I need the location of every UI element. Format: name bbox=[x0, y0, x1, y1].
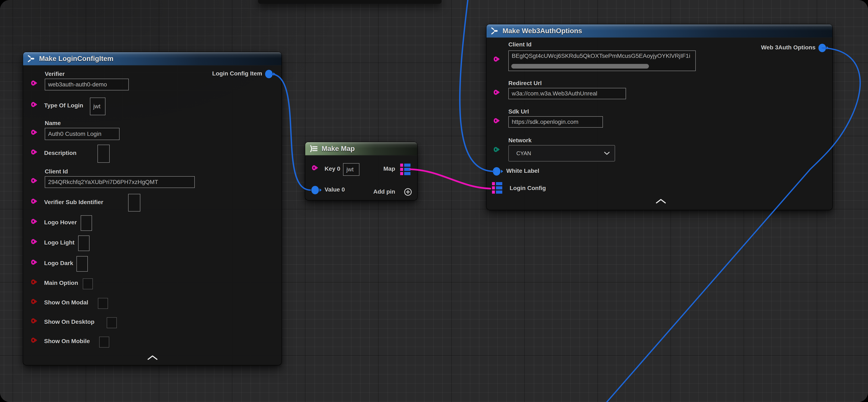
blueprint-graph-frame: Make LoginConfigItem Login Config Item V… bbox=[0, 0, 868, 402]
logo-dark-label: Logo Dark bbox=[44, 260, 73, 267]
show-on-desktop-label: Show On Desktop bbox=[44, 318, 95, 325]
logo-hover-label: Logo Hover bbox=[44, 219, 77, 226]
type-of-login-pin[interactable] bbox=[31, 102, 35, 107]
white-label-label: White Label bbox=[506, 168, 539, 174]
output-label-web3auth-options: Web 3Auth Options bbox=[761, 44, 815, 51]
client-id-label: Client Id bbox=[45, 168, 68, 175]
client-id-label: Client Id bbox=[508, 41, 531, 48]
logo-dark-pin[interactable] bbox=[31, 260, 35, 265]
redirect-url-label: Redirect Url bbox=[508, 80, 542, 87]
network-label: Network bbox=[508, 137, 531, 144]
make-struct-icon bbox=[491, 27, 499, 34]
output-pin-web3auth-options[interactable] bbox=[818, 44, 826, 52]
show-on-desktop-pin[interactable] bbox=[31, 318, 35, 323]
collapse-chevron-icon[interactable] bbox=[656, 199, 666, 203]
logo-light-field[interactable] bbox=[78, 235, 90, 251]
node-make-loginconfigitem[interactable]: Make LoginConfigItem Login Config Item V… bbox=[23, 52, 281, 365]
logo-dark-field[interactable] bbox=[76, 256, 88, 271]
verifier-sub-identifier-pin[interactable] bbox=[31, 199, 35, 204]
sdk-url-field[interactable]: https://sdk.openlogin.com bbox=[508, 116, 603, 127]
show-on-mobile-pin[interactable] bbox=[31, 338, 35, 343]
output-label-login-config-item: Login Config Item bbox=[212, 70, 262, 77]
value0-pin[interactable] bbox=[311, 186, 319, 194]
map-output-label: Map bbox=[383, 166, 395, 172]
sdk-url-label: Sdk Url bbox=[508, 108, 529, 115]
map-output-pin[interactable] bbox=[400, 164, 410, 175]
logo-light-label: Logo Light bbox=[44, 239, 74, 246]
description-label: Description bbox=[44, 150, 76, 156]
type-of-login-label: Type Of Login bbox=[44, 102, 83, 109]
logo-hover-field[interactable] bbox=[81, 215, 92, 231]
description-field[interactable] bbox=[97, 145, 110, 163]
verifier-field[interactable]: web3auth-auth0-demo bbox=[45, 79, 129, 90]
show-on-modal-pin[interactable] bbox=[31, 299, 35, 304]
make-struct-icon bbox=[27, 55, 35, 62]
verifier-sub-identifier-field[interactable] bbox=[128, 194, 140, 211]
key0-pin[interactable] bbox=[312, 165, 316, 170]
verifier-pin[interactable] bbox=[31, 81, 35, 86]
show-on-modal-label: Show On Modal bbox=[44, 299, 88, 306]
offscreen-node-fragment[interactable] bbox=[258, 0, 441, 4]
key0-label: Key 0 bbox=[324, 166, 340, 172]
key0-field[interactable]: jwt bbox=[343, 163, 360, 176]
node-title: Make Web3AuthOptions bbox=[502, 27, 582, 35]
verifier-label: Verifier bbox=[45, 70, 65, 77]
client-id-pin[interactable] bbox=[31, 178, 35, 183]
login-config-label: Login Config bbox=[509, 185, 546, 192]
name-label: Name bbox=[45, 120, 61, 126]
client-id-pin[interactable] bbox=[494, 57, 498, 62]
chevron-down-icon bbox=[604, 151, 610, 155]
client-id-field[interactable]: 294QRkchfq2YaXUbPri7D6PH7xzHgQMT bbox=[45, 176, 195, 188]
node-title: Make Map bbox=[321, 145, 355, 153]
show-on-mobile-label: Show On Mobile bbox=[44, 338, 90, 345]
description-pin[interactable] bbox=[31, 149, 35, 154]
main-option-label: Main Option bbox=[44, 280, 78, 286]
output-pin-login-config-item[interactable] bbox=[265, 70, 273, 78]
collapse-chevron-icon[interactable] bbox=[148, 355, 158, 360]
verifier-sub-identifier-label: Verifier Sub Identifier bbox=[44, 199, 103, 206]
logo-light-pin[interactable] bbox=[31, 239, 35, 244]
node-make-web3authoptions[interactable]: Make Web3AuthOptions Web 3Auth Options C… bbox=[487, 24, 832, 210]
name-field[interactable]: Auth0 Custom Login bbox=[45, 128, 120, 140]
login-config-pin[interactable] bbox=[492, 182, 502, 194]
network-selected-value: CYAN bbox=[516, 150, 531, 156]
white-label-pin[interactable] bbox=[493, 167, 500, 176]
add-pin-icon[interactable] bbox=[404, 188, 412, 196]
redirect-url-field[interactable]: w3a://com.w3a.Web3AuthUnreal bbox=[508, 88, 626, 99]
node-title: Make LoginConfigItem bbox=[39, 55, 114, 63]
show-on-modal-checkbox[interactable] bbox=[98, 298, 108, 309]
node-make-map[interactable]: Make Map Key 0 jwt Map Value 0 Add pin bbox=[305, 142, 417, 200]
sdk-url-pin[interactable] bbox=[494, 118, 498, 123]
show-on-desktop-checkbox[interactable] bbox=[107, 317, 117, 328]
redirect-url-pin[interactable] bbox=[494, 90, 498, 95]
value0-label: Value 0 bbox=[324, 186, 345, 193]
main-option-pin[interactable] bbox=[31, 280, 35, 285]
node-header-make-web3authoptions[interactable]: Make Web3AuthOptions bbox=[487, 24, 832, 38]
show-on-mobile-checkbox[interactable] bbox=[99, 337, 109, 348]
network-dropdown[interactable]: CYAN bbox=[508, 145, 615, 162]
logo-hover-pin[interactable] bbox=[31, 219, 35, 224]
main-option-checkbox[interactable] bbox=[83, 278, 93, 289]
name-pin[interactable] bbox=[31, 130, 35, 135]
client-id-scrollbar[interactable] bbox=[511, 64, 649, 68]
client-id-value: BEglQSgt4cUWcj6SKRdu5QkOXTsePmMcusG5EAoy… bbox=[512, 53, 690, 59]
make-container-icon bbox=[309, 145, 318, 152]
node-header-make-map[interactable]: Make Map bbox=[305, 142, 417, 155]
node-header-make-loginconfigitem[interactable]: Make LoginConfigItem bbox=[23, 52, 281, 66]
add-pin-label[interactable]: Add pin bbox=[373, 189, 395, 195]
network-pin[interactable] bbox=[494, 147, 498, 152]
client-id-field[interactable]: BEglQSgt4cUWcj6SKRdu5QkOXTsePmMcusG5EAoy… bbox=[508, 51, 696, 71]
type-of-login-field[interactable]: jwt bbox=[90, 97, 105, 115]
